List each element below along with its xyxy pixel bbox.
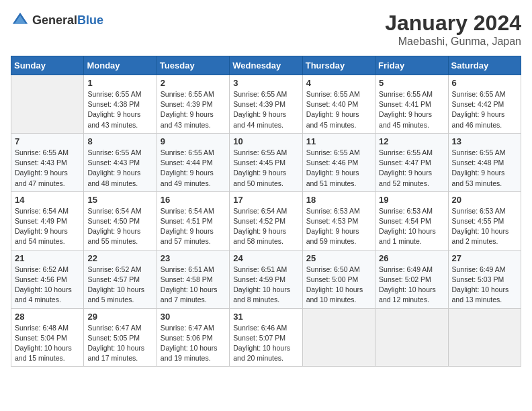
day-number: 19 — [379, 195, 444, 205]
day-number: 12 — [379, 136, 444, 146]
day-info: Sunrise: 6:47 AMSunset: 5:06 PMDaylight:… — [161, 323, 226, 364]
day-info: Sunrise: 6:52 AMSunset: 4:56 PMDaylight:… — [15, 265, 80, 306]
calendar-cell: 31Sunrise: 6:46 AMSunset: 5:07 PMDayligh… — [230, 308, 302, 367]
calendar-cell: 11Sunrise: 6:55 AMSunset: 4:46 PMDayligh… — [302, 133, 375, 191]
calendar-cell: 12Sunrise: 6:55 AMSunset: 4:47 PMDayligh… — [375, 133, 448, 191]
calendar-cell: 20Sunrise: 6:53 AMSunset: 4:55 PMDayligh… — [448, 191, 521, 250]
calendar-week-row: 21Sunrise: 6:52 AMSunset: 4:56 PMDayligh… — [11, 250, 521, 308]
day-number: 14 — [15, 195, 80, 205]
day-number: 3 — [233, 78, 298, 88]
calendar-cell: 30Sunrise: 6:47 AMSunset: 5:06 PMDayligh… — [157, 308, 229, 367]
day-info: Sunrise: 6:54 AMSunset: 4:52 PMDaylight:… — [233, 206, 298, 247]
day-number: 16 — [161, 195, 226, 205]
day-number: 22 — [87, 253, 152, 263]
page-header: GeneralBlue January 2024 Maebashi, Gunma… — [11, 11, 521, 48]
weekday-header-tuesday: Tuesday — [157, 56, 229, 75]
day-info: Sunrise: 6:55 AMSunset: 4:43 PMDaylight:… — [87, 148, 152, 189]
calendar-cell: 22Sunrise: 6:52 AMSunset: 4:57 PMDayligh… — [84, 250, 157, 308]
weekday-header-row: SundayMondayTuesdayWednesdayThursdayFrid… — [11, 56, 521, 75]
day-info: Sunrise: 6:50 AMSunset: 5:00 PMDaylight:… — [306, 265, 371, 306]
day-number: 10 — [233, 136, 298, 146]
weekday-header-sunday: Sunday — [11, 56, 84, 75]
calendar-cell — [448, 308, 521, 367]
day-info: Sunrise: 6:49 AMSunset: 5:02 PMDaylight:… — [379, 265, 444, 306]
weekday-header-saturday: Saturday — [448, 56, 521, 75]
day-number: 13 — [452, 136, 517, 146]
day-number: 17 — [233, 195, 298, 205]
day-info: Sunrise: 6:55 AMSunset: 4:43 PMDaylight:… — [15, 148, 80, 189]
day-info: Sunrise: 6:55 AMSunset: 4:39 PMDaylight:… — [233, 89, 298, 130]
calendar-cell: 16Sunrise: 6:54 AMSunset: 4:51 PMDayligh… — [157, 191, 229, 250]
day-info: Sunrise: 6:55 AMSunset: 4:38 PMDaylight:… — [87, 89, 152, 130]
calendar-cell: 4Sunrise: 6:55 AMSunset: 4:40 PMDaylight… — [302, 75, 375, 134]
weekday-header-thursday: Thursday — [302, 56, 375, 75]
day-number: 11 — [306, 136, 371, 146]
day-number: 6 — [452, 78, 517, 88]
calendar-cell: 10Sunrise: 6:55 AMSunset: 4:45 PMDayligh… — [230, 133, 302, 191]
day-number: 15 — [87, 195, 152, 205]
calendar-cell: 8Sunrise: 6:55 AMSunset: 4:43 PMDaylight… — [84, 133, 157, 191]
calendar-week-row: 14Sunrise: 6:54 AMSunset: 4:49 PMDayligh… — [11, 191, 521, 250]
calendar-cell: 26Sunrise: 6:49 AMSunset: 5:02 PMDayligh… — [375, 250, 448, 308]
location-title: Maebashi, Gunma, Japan — [385, 36, 521, 48]
day-number: 31 — [233, 312, 298, 322]
calendar-week-row: 7Sunrise: 6:55 AMSunset: 4:43 PMDaylight… — [11, 133, 521, 191]
day-number: 2 — [161, 78, 226, 88]
day-info: Sunrise: 6:55 AMSunset: 4:42 PMDaylight:… — [452, 89, 517, 130]
calendar-week-row: 28Sunrise: 6:48 AMSunset: 5:04 PMDayligh… — [11, 308, 521, 367]
day-number: 28 — [15, 312, 80, 322]
logo: GeneralBlue — [11, 11, 103, 30]
calendar-cell: 23Sunrise: 6:51 AMSunset: 4:58 PMDayligh… — [157, 250, 229, 308]
day-number: 21 — [15, 253, 80, 263]
logo-text: GeneralBlue — [32, 13, 103, 28]
day-info: Sunrise: 6:47 AMSunset: 5:05 PMDaylight:… — [87, 323, 152, 364]
calendar-cell: 14Sunrise: 6:54 AMSunset: 4:49 PMDayligh… — [11, 191, 84, 250]
calendar-cell: 1Sunrise: 6:55 AMSunset: 4:38 PMDaylight… — [84, 75, 157, 134]
calendar-table: SundayMondayTuesdayWednesdayThursdayFrid… — [11, 56, 521, 367]
calendar-cell — [11, 75, 84, 134]
calendar-cell: 21Sunrise: 6:52 AMSunset: 4:56 PMDayligh… — [11, 250, 84, 308]
day-info: Sunrise: 6:55 AMSunset: 4:44 PMDaylight:… — [161, 148, 226, 189]
calendar-cell: 3Sunrise: 6:55 AMSunset: 4:39 PMDaylight… — [230, 75, 302, 134]
calendar-cell: 13Sunrise: 6:55 AMSunset: 4:48 PMDayligh… — [448, 133, 521, 191]
logo-general: General — [32, 13, 77, 27]
weekday-header-wednesday: Wednesday — [230, 56, 302, 75]
calendar-cell: 7Sunrise: 6:55 AMSunset: 4:43 PMDaylight… — [11, 133, 84, 191]
calendar-cell: 9Sunrise: 6:55 AMSunset: 4:44 PMDaylight… — [157, 133, 229, 191]
calendar-cell: 6Sunrise: 6:55 AMSunset: 4:42 PMDaylight… — [448, 75, 521, 134]
day-number: 9 — [161, 136, 226, 146]
day-number: 4 — [306, 78, 371, 88]
logo-icon — [11, 11, 30, 30]
day-info: Sunrise: 6:53 AMSunset: 4:53 PMDaylight:… — [306, 206, 371, 247]
weekday-header-monday: Monday — [84, 56, 157, 75]
calendar-cell: 18Sunrise: 6:53 AMSunset: 4:53 PMDayligh… — [302, 191, 375, 250]
calendar-cell: 25Sunrise: 6:50 AMSunset: 5:00 PMDayligh… — [302, 250, 375, 308]
day-info: Sunrise: 6:51 AMSunset: 4:59 PMDaylight:… — [233, 265, 298, 306]
day-number: 24 — [233, 253, 298, 263]
calendar-cell: 29Sunrise: 6:47 AMSunset: 5:05 PMDayligh… — [84, 308, 157, 367]
calendar-cell — [375, 308, 448, 367]
day-info: Sunrise: 6:55 AMSunset: 4:39 PMDaylight:… — [161, 89, 226, 130]
day-number: 5 — [379, 78, 444, 88]
day-number: 8 — [87, 136, 152, 146]
day-number: 26 — [379, 253, 444, 263]
day-info: Sunrise: 6:55 AMSunset: 4:48 PMDaylight:… — [452, 148, 517, 189]
calendar-week-row: 1Sunrise: 6:55 AMSunset: 4:38 PMDaylight… — [11, 75, 521, 134]
weekday-header-friday: Friday — [375, 56, 448, 75]
calendar-cell: 19Sunrise: 6:53 AMSunset: 4:54 PMDayligh… — [375, 191, 448, 250]
day-number: 29 — [87, 312, 152, 322]
day-info: Sunrise: 6:55 AMSunset: 4:41 PMDaylight:… — [379, 89, 444, 130]
calendar-cell: 5Sunrise: 6:55 AMSunset: 4:41 PMDaylight… — [375, 75, 448, 134]
day-info: Sunrise: 6:54 AMSunset: 4:49 PMDaylight:… — [15, 206, 80, 247]
calendar-cell: 24Sunrise: 6:51 AMSunset: 4:59 PMDayligh… — [230, 250, 302, 308]
day-number: 23 — [161, 253, 226, 263]
calendar-cell: 27Sunrise: 6:49 AMSunset: 5:03 PMDayligh… — [448, 250, 521, 308]
day-number: 18 — [306, 195, 371, 205]
day-info: Sunrise: 6:54 AMSunset: 4:50 PMDaylight:… — [87, 206, 152, 247]
calendar-cell — [302, 308, 375, 367]
calendar-cell: 15Sunrise: 6:54 AMSunset: 4:50 PMDayligh… — [84, 191, 157, 250]
day-info: Sunrise: 6:55 AMSunset: 4:47 PMDaylight:… — [379, 148, 444, 189]
calendar-cell: 17Sunrise: 6:54 AMSunset: 4:52 PMDayligh… — [230, 191, 302, 250]
day-number: 1 — [87, 78, 152, 88]
logo-blue: Blue — [77, 13, 103, 27]
